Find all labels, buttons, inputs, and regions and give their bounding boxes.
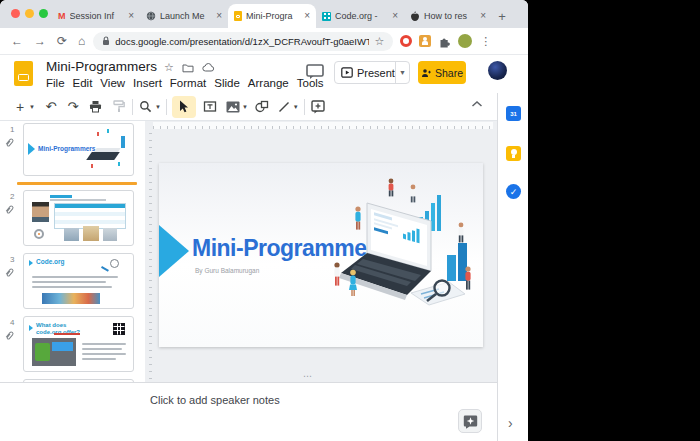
- explore-button[interactable]: [458, 409, 482, 433]
- thumb-decor: [28, 143, 35, 155]
- browser-profile-avatar[interactable]: [458, 34, 472, 48]
- screen-letterbox: [528, 0, 700, 441]
- thumb-decor: [64, 228, 79, 241]
- tab-mini-programmers-active[interactable]: Mini-Progra ×: [228, 4, 316, 28]
- transition-icon: [5, 330, 14, 341]
- calendar-icon[interactable]: 31: [506, 106, 521, 121]
- collapse-toolbar-chevron-icon[interactable]: [471, 100, 483, 108]
- traffic-light-zoom[interactable]: [39, 9, 48, 18]
- redo-button[interactable]: ↷: [65, 96, 81, 118]
- url-field[interactable]: docs.google.com/presentation/d/1zX_DCFRA…: [93, 32, 393, 51]
- thumb-decor: [83, 226, 99, 241]
- slide-arrow-shape[interactable]: [159, 225, 189, 277]
- title-actions: ☆: [164, 61, 215, 74]
- document-title[interactable]: Mini-Programmers: [46, 59, 157, 74]
- tab-label: Code.org -: [335, 11, 388, 21]
- insert-line-caret-icon[interactable]: ▼: [293, 104, 299, 110]
- traffic-light-close[interactable]: [11, 9, 20, 18]
- zoom-caret-icon[interactable]: ▼: [155, 104, 161, 110]
- star-document-icon[interactable]: ☆: [164, 61, 174, 74]
- new-tab-button[interactable]: +: [492, 4, 512, 28]
- browser-menu-icon[interactable]: ⋮: [480, 35, 491, 48]
- tab-session-info[interactable]: M Session Inf ×: [52, 4, 140, 28]
- undo-button[interactable]: ↶: [43, 96, 59, 118]
- present-button[interactable]: Present ▼: [334, 61, 410, 84]
- present-dropdown[interactable]: ▼: [395, 62, 409, 83]
- thumb-screenshot: [32, 338, 76, 366]
- menu-view[interactable]: View: [100, 77, 125, 89]
- traffic-light-minimize[interactable]: [25, 9, 34, 18]
- close-icon[interactable]: ×: [480, 11, 486, 21]
- thumb-decor: [54, 333, 80, 335]
- thumb-decor: [121, 136, 125, 148]
- bookmark-star-icon[interactable]: ☆: [374, 35, 384, 48]
- insert-shape-button[interactable]: [254, 96, 270, 118]
- zoom-tool-button[interactable]: [138, 96, 154, 118]
- text-box-tool-button[interactable]: [202, 96, 218, 118]
- thumb-decor: [101, 266, 109, 272]
- menu-file[interactable]: File: [46, 77, 65, 89]
- close-icon[interactable]: ×: [216, 11, 222, 21]
- thumb-decor: [50, 199, 106, 201]
- menu-format[interactable]: Format: [170, 77, 206, 89]
- menu-slide[interactable]: Slide: [214, 77, 240, 89]
- extensions-puzzle-icon[interactable]: [438, 35, 451, 48]
- forward-button[interactable]: →: [34, 35, 46, 47]
- slide-number: 3: [10, 255, 14, 264]
- cloud-status-icon[interactable]: [202, 63, 215, 72]
- share-person-icon: [421, 68, 431, 78]
- insert-image-caret-icon[interactable]: ▼: [242, 104, 248, 110]
- extension-orange-icon[interactable]: [419, 35, 431, 47]
- menu-insert[interactable]: Insert: [133, 77, 162, 89]
- close-icon[interactable]: ×: [128, 11, 134, 21]
- thumb-decor: [29, 325, 33, 331]
- menu-bar: File Edit View Insert Format Slide Arran…: [46, 77, 324, 89]
- share-button[interactable]: Share: [418, 61, 466, 84]
- toolbar-divider: [304, 99, 305, 115]
- slide-page[interactable]: Mini-Programmers By Guru Balamurugan: [159, 163, 483, 347]
- tasks-icon[interactable]: ✓: [506, 184, 521, 199]
- thumb-decor: [110, 259, 119, 268]
- menu-arrange[interactable]: Arrange: [248, 77, 289, 89]
- slide-subtitle-text[interactable]: By Guru Balamurugan: [195, 267, 259, 274]
- tab-codeorg[interactable]: Code.org - ×: [316, 4, 404, 28]
- menu-edit[interactable]: Edit: [73, 77, 93, 89]
- paint-format-button[interactable]: [111, 96, 127, 118]
- home-button[interactable]: ⌂: [78, 35, 85, 47]
- insert-image-button[interactable]: [225, 96, 241, 118]
- slides-file-icon: [14, 61, 33, 86]
- insert-comment-button[interactable]: [310, 96, 326, 118]
- docs-header: Mini-Programmers ☆ File Edit View Insert…: [0, 55, 528, 93]
- tab-how-to[interactable]: How to res ×: [404, 4, 492, 28]
- speaker-notes-area[interactable]: Click to add speaker notes: [0, 382, 497, 441]
- address-bar: ← → ⟳ ⌂ docs.google.com/presentation/d/1…: [0, 28, 528, 55]
- extension-red-icon[interactable]: [400, 35, 412, 47]
- slide-thumbnail-2[interactable]: [23, 190, 134, 246]
- slide-canvas-area: Mini-Programmers By Guru Balamurugan: [145, 121, 497, 382]
- new-slide-button[interactable]: +: [12, 96, 28, 118]
- slide-thumbnail-3[interactable]: Code.org: [23, 253, 134, 309]
- tab-label: Mini-Progra: [246, 11, 300, 21]
- back-button[interactable]: ←: [11, 35, 23, 47]
- thumb-decor: [82, 343, 126, 345]
- side-panel-collapse-chevron-icon[interactable]: ›: [508, 415, 513, 431]
- print-button[interactable]: [88, 96, 104, 118]
- gmail-icon: M: [58, 11, 66, 21]
- reload-button[interactable]: ⟳: [57, 35, 67, 47]
- comments-icon[interactable]: [306, 64, 324, 80]
- horizontal-ruler: [153, 122, 493, 129]
- account-avatar[interactable]: [488, 61, 507, 80]
- close-icon[interactable]: ×: [392, 11, 398, 21]
- select-tool-button[interactable]: [172, 96, 196, 118]
- new-slide-caret-icon[interactable]: ▼: [29, 104, 35, 110]
- insert-line-button[interactable]: [276, 96, 292, 118]
- move-folder-icon[interactable]: [182, 63, 194, 73]
- notes-resize-handle[interactable]: ⋯: [303, 371, 314, 381]
- slide-thumbnail-1[interactable]: Mini-Programmers: [23, 123, 134, 176]
- close-icon[interactable]: ×: [304, 11, 310, 21]
- vertical-ruler: [146, 131, 152, 379]
- tab-launch-meeting[interactable]: Launch Me ×: [140, 4, 228, 28]
- slide-thumbnail-4[interactable]: What doescode.org offer?: [23, 316, 134, 372]
- speaker-notes-placeholder[interactable]: Click to add speaker notes: [150, 394, 280, 406]
- keep-icon[interactable]: [506, 146, 521, 161]
